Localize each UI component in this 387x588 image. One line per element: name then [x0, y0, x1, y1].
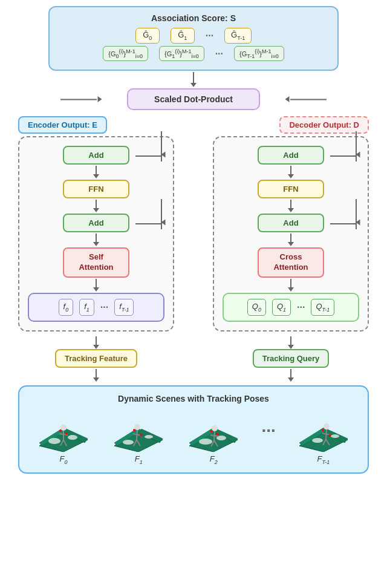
enc-add2-row: Add [28, 214, 164, 232]
enc-add1-row: Add [28, 146, 164, 165]
dec-add1-row: Add [223, 146, 359, 165]
hat-gT: ĜT-1 [224, 28, 252, 44]
svg-point-22 [133, 429, 135, 431]
svg-point-16 [145, 435, 153, 439]
dec-arrow3 [288, 234, 294, 246]
svg-point-23 [140, 434, 142, 436]
arrow-track-feat [93, 336, 99, 349]
encoder-box: Add FFN Add [18, 136, 174, 331]
svg-point-10 [59, 430, 62, 432]
arrow-assoc-to-scaled [190, 72, 197, 87]
dec-add2-block: Add [258, 214, 324, 232]
hat-g0: Ĝ0 [135, 28, 160, 44]
scene-label-f0: F0 [60, 454, 68, 465]
svg-point-47 [328, 434, 331, 437]
enc-arrow2 [93, 200, 99, 212]
tracking-query-label: Tracking Query [253, 349, 330, 368]
svg-point-34 [210, 430, 213, 433]
hat-dots: ··· [206, 30, 213, 41]
svg-point-15 [123, 440, 134, 445]
svg-point-5 [60, 425, 67, 431]
enc-add2-block: Add [63, 214, 129, 232]
hat-g1: Ĝ1 [171, 28, 195, 44]
enc-dec-main: Add FFN Add [18, 136, 369, 331]
svg-point-35 [216, 433, 219, 436]
dec-ffn-block: FFN [258, 180, 324, 198]
scene-svg-f1 [111, 410, 166, 452]
svg-point-46 [322, 429, 324, 431]
main-diagram: Association Score: S Ĝ0 Ĝ1 ··· ĜT-1 {G0(… [6, 6, 381, 474]
scene-label-f1: F1 [135, 454, 143, 465]
svg-point-11 [65, 433, 68, 435]
tracking-labels-row [18, 336, 369, 349]
enc-dec-labels: Encoder Output: E Decoder Output: D [18, 116, 369, 134]
enc-self-attn-block: SelfAttention [63, 247, 129, 278]
svg-point-39 [312, 438, 323, 443]
scene-item-f0: F0 [36, 410, 91, 465]
svg-point-3 [48, 438, 60, 444]
assoc-hat-row: Ĝ0 Ĝ1 ··· ĜT-1 [60, 28, 327, 44]
dec-cross-attn-block: CrossAttention [258, 247, 324, 278]
feat-dots: ··· [100, 302, 108, 313]
arrow-to-dynamic-left [93, 369, 99, 382]
arrows-to-dynamic [18, 369, 369, 382]
assoc-score-box: Association Score: S Ĝ0 Ĝ1 ··· ĜT-1 {G0(… [48, 6, 339, 71]
scene-svg-f2 [186, 410, 241, 452]
decoder-box: Add FFN Add [213, 136, 369, 331]
dec-add1-block: Add [258, 146, 324, 165]
set-dots: ··· [215, 48, 223, 59]
feat-f0: f0 [59, 299, 74, 316]
feature-seq-box: f0 f1 ··· fT-1 [28, 293, 164, 322]
scene-svg-f0 [36, 410, 91, 452]
scene-label-f2: F2 [210, 454, 218, 465]
scenes-row: F0 F1 [29, 410, 358, 465]
encoder-label: Encoder Output: E [18, 116, 107, 134]
feat-f1: f1 [79, 299, 94, 316]
query-q0: Q0 [247, 299, 266, 316]
svg-point-27 [199, 439, 212, 445]
scene-dots-text: ··· [261, 410, 275, 452]
tracking-feature-label: Tracking Feature [55, 349, 137, 368]
svg-point-4 [68, 435, 77, 440]
set-g1: {G1(i)}M-1i=0 [159, 46, 204, 62]
query-q1: Q1 [272, 299, 291, 316]
assoc-set-row: {G0(i)}M-1i=0 {G1(i)}M-1i=0 ··· {GT-1(i)… [60, 46, 327, 62]
dec-add2-row: Add [223, 214, 359, 232]
feat-fT: fT-1 [114, 299, 134, 316]
enc-arrow3 [93, 234, 99, 246]
query-dots: ··· [297, 302, 305, 313]
dec-arrow1 [288, 166, 294, 178]
scaled-dot-product: Scaled Dot-Product [127, 88, 260, 110]
enc-arrow4 [93, 279, 99, 292]
dynamic-scenes-title: Dynamic Scenes with Tracking Poses [29, 394, 358, 403]
svg-point-17 [134, 424, 140, 430]
tracking-boxes-row: Tracking Feature Tracking Query [18, 349, 369, 368]
set-gT: {GT-1(i)}M-1i=0 [234, 46, 284, 62]
dynamic-scenes-box: Dynamic Scenes with Tracking Poses [18, 385, 369, 474]
dec-arrow2 [288, 200, 294, 212]
scene-item-dots: ··· [261, 410, 275, 465]
scene-svg-fT [296, 410, 351, 452]
scene-item-fT: FT-1 [296, 410, 351, 465]
enc-arrow1 [93, 166, 99, 178]
dec-arrow4 [288, 279, 294, 292]
arrow-to-dynamic-right [288, 369, 294, 382]
scene-label-fT: FT-1 [317, 454, 330, 465]
svg-point-29 [212, 425, 218, 431]
query-qT: QT-1 [311, 299, 334, 316]
enc-ffn-block: FFN [63, 180, 129, 198]
query-seq-box: Q0 Q1 ··· QT-1 [223, 293, 359, 322]
set-g0: {G0(i)}M-1i=0 [103, 46, 148, 62]
enc-add1-block: Add [63, 146, 129, 165]
arrow-track-query [288, 336, 294, 349]
scene-item-f2: F2 [186, 410, 241, 465]
assoc-score-title: Association Score: S [60, 13, 327, 23]
svg-point-40 [331, 434, 339, 438]
svg-point-41 [324, 423, 330, 430]
scaled-row: Scaled Dot-Product [42, 88, 345, 110]
scene-item-f1: F1 [111, 410, 166, 465]
